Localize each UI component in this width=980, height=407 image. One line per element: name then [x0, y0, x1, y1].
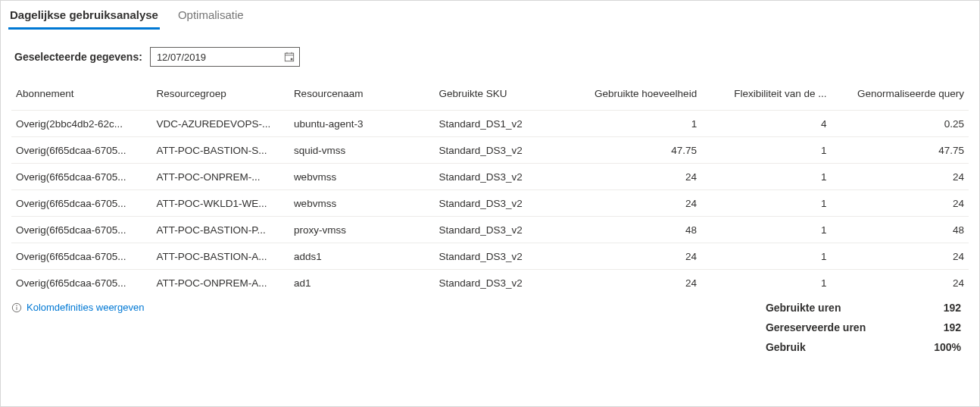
calendar-icon: [284, 52, 295, 62]
table-row[interactable]: Overig(2bbc4db2-62c...VDC-AZUREDEVOPS-..…: [11, 111, 969, 137]
cell-subscription: Overig(6f65dcaa-6705...: [11, 270, 151, 296]
cell-resource-group: ATT-POC-ONPREM-...: [151, 164, 289, 190]
summary-reserved-label: Gereserveerde uren: [766, 321, 866, 333]
summary-used-value: 192: [934, 302, 961, 314]
cell-normalized: 47.75: [831, 137, 969, 164]
cell-quantity: 48: [557, 217, 702, 243]
cell-resource-group: ATT-POC-WKLD1-WE...: [151, 190, 289, 217]
cell-subscription: Overig(6f65dcaa-6705...: [11, 190, 151, 217]
col-header-quantity[interactable]: Gebruikte hoeveelheid: [557, 80, 702, 111]
footer-row: Kolomdefinities weergeven Gebruikte uren…: [1, 296, 979, 362]
cell-sku: Standard_DS3_v2: [434, 190, 556, 217]
cell-resource-name: adds1: [289, 243, 435, 270]
col-header-resource-name[interactable]: Resourcenaam: [289, 80, 435, 111]
cell-quantity: 24: [557, 164, 702, 190]
table-row[interactable]: Overig(6f65dcaa-6705...ATT-POC-ONPREM-A.…: [11, 270, 969, 296]
col-header-flexibility[interactable]: Flexibiliteit van de ...: [701, 80, 831, 111]
col-header-subscription[interactable]: Abonnement: [11, 80, 151, 111]
col-header-sku[interactable]: Gebruikte SKU: [434, 80, 556, 111]
table-wrap: Abonnement Resourcegroep Resourcenaam Ge…: [1, 80, 979, 296]
cell-normalized: 24: [831, 243, 969, 270]
cell-quantity: 24: [557, 243, 702, 270]
table-header-row: Abonnement Resourcegroep Resourcenaam Ge…: [11, 80, 969, 111]
table-body: Overig(2bbc4db2-62c...VDC-AZUREDEVOPS-..…: [11, 111, 969, 296]
cell-sku: Standard_DS3_v2: [434, 243, 556, 270]
cell-resource-group: VDC-AZUREDEVOPS-...: [151, 111, 289, 137]
filter-label: Geselecteerde gegevens:: [14, 51, 142, 63]
date-picker-value: 12/07/2019: [157, 52, 206, 63]
cell-subscription: Overig(6f65dcaa-6705...: [11, 243, 151, 270]
table-row[interactable]: Overig(6f65dcaa-6705...ATT-POC-BASTION-P…: [11, 217, 969, 243]
filter-row: Geselecteerde gegevens: 12/07/2019: [1, 30, 979, 80]
cell-flexibility: 4: [701, 111, 831, 137]
cell-subscription: Overig(6f65dcaa-6705...: [11, 164, 151, 190]
cell-sku: Standard_DS3_v2: [434, 137, 556, 164]
cell-flexibility: 1: [701, 217, 831, 243]
cell-subscription: Overig(6f65dcaa-6705...: [11, 137, 151, 164]
cell-flexibility: 1: [701, 270, 831, 296]
date-picker[interactable]: 12/07/2019: [150, 47, 300, 67]
column-definitions-label: Kolomdefinities weergeven: [27, 302, 144, 313]
cell-resource-group: ATT-POC-BASTION-P...: [151, 217, 289, 243]
column-definitions-link[interactable]: Kolomdefinities weergeven: [11, 302, 144, 313]
tab-bar: Dagelijkse gebruiksanalyse Optimalisatie: [1, 1, 979, 30]
summary-used-label: Gebruikte uren: [766, 302, 866, 314]
cell-flexibility: 1: [701, 164, 831, 190]
cell-normalized: 24: [831, 164, 969, 190]
cell-subscription: Overig(2bbc4db2-62c...: [11, 111, 151, 137]
tab-optimization[interactable]: Optimalisatie: [176, 1, 245, 30]
summary-block: Gebruikte uren 192 Gereserveerde uren 19…: [766, 302, 969, 353]
cell-normalized: 24: [831, 190, 969, 217]
svg-point-7: [16, 305, 17, 305]
cell-subscription: Overig(6f65dcaa-6705...: [11, 217, 151, 243]
col-header-normalized[interactable]: Genormaliseerde query: [831, 80, 969, 111]
usage-table: Abonnement Resourcegroep Resourcenaam Ge…: [11, 80, 969, 296]
cell-resource-group: ATT-POC-BASTION-A...: [151, 243, 289, 270]
cell-sku: Standard_DS3_v2: [434, 164, 556, 190]
usage-panel: Dagelijkse gebruiksanalyse Optimalisatie…: [0, 0, 980, 407]
cell-quantity: 47.75: [557, 137, 702, 164]
cell-resource-group: ATT-POC-ONPREM-A...: [151, 270, 289, 296]
cell-flexibility: 1: [701, 190, 831, 217]
info-icon: [11, 302, 22, 313]
table-row[interactable]: Overig(6f65dcaa-6705...ATT-POC-BASTION-S…: [11, 137, 969, 164]
cell-normalized: 24: [831, 270, 969, 296]
cell-sku: Standard_DS1_v2: [434, 111, 556, 137]
cell-resource-name: ubuntu-agent-3: [289, 111, 435, 137]
svg-rect-4: [291, 58, 293, 61]
cell-resource-group: ATT-POC-BASTION-S...: [151, 137, 289, 164]
tab-daily-usage[interactable]: Dagelijkse gebruiksanalyse: [8, 1, 160, 30]
cell-resource-name: squid-vmss: [289, 137, 435, 164]
cell-normalized: 0.25: [831, 111, 969, 137]
cell-quantity: 1: [557, 111, 702, 137]
cell-normalized: 48: [831, 217, 969, 243]
cell-quantity: 24: [557, 270, 702, 296]
summary-usage-value: 100%: [934, 341, 961, 353]
col-header-resource-group[interactable]: Resourcegroep: [151, 80, 289, 111]
table-row[interactable]: Overig(6f65dcaa-6705...ATT-POC-ONPREM-..…: [11, 164, 969, 190]
cell-resource-name: proxy-vmss: [289, 217, 435, 243]
cell-resource-name: webvmss: [289, 164, 435, 190]
table-row[interactable]: Overig(6f65dcaa-6705...ATT-POC-WKLD1-WE.…: [11, 190, 969, 217]
table-row[interactable]: Overig(6f65dcaa-6705...ATT-POC-BASTION-A…: [11, 243, 969, 270]
cell-sku: Standard_DS3_v2: [434, 217, 556, 243]
summary-reserved-value: 192: [934, 321, 961, 333]
cell-resource-name: webvmss: [289, 190, 435, 217]
summary-usage-label: Gebruik: [766, 341, 866, 353]
cell-resource-name: ad1: [289, 270, 435, 296]
cell-flexibility: 1: [701, 137, 831, 164]
cell-sku: Standard_DS3_v2: [434, 270, 556, 296]
cell-quantity: 24: [557, 190, 702, 217]
cell-flexibility: 1: [701, 243, 831, 270]
